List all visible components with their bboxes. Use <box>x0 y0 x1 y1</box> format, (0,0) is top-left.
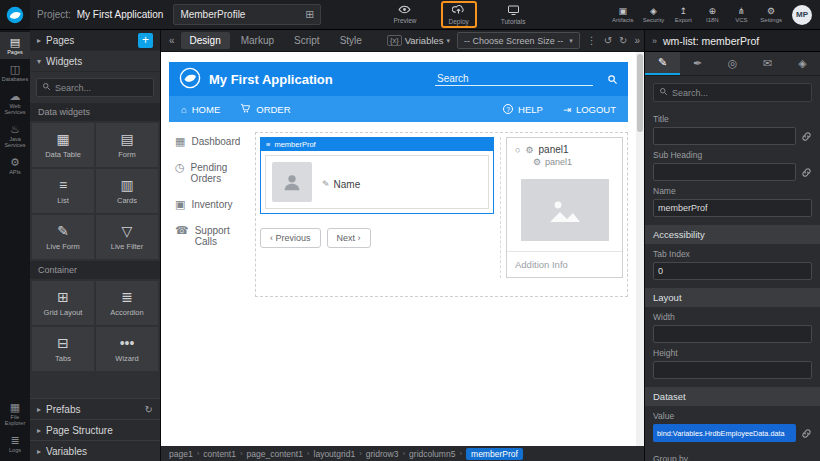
menu-item-pending-orders[interactable]: ◷ Pending Orders <box>175 162 251 184</box>
nav-help[interactable]: ? HELP <box>503 104 543 115</box>
widget-tile-form[interactable]: ▤ Form <box>96 123 158 167</box>
bind-link-icon[interactable] <box>801 167 812 178</box>
widget-tile-data-table[interactable]: ▦ Data Table <box>32 123 94 167</box>
bind-link-icon[interactable] <box>801 428 812 439</box>
breadcrumb-item-gridcolumn5[interactable]: gridcolumn5 <box>409 449 455 459</box>
menu-item-inventory[interactable]: ▣ Inventory <box>175 199 251 210</box>
screen-size-dropdown[interactable]: -- Choose Screen Size -- ▾ <box>457 32 580 49</box>
width-label: Width <box>653 312 812 322</box>
widgets-section-header[interactable]: ▾ Widgets <box>30 51 160 72</box>
activitybar-item-file-explorer[interactable]: ▦ File Explorer <box>0 397 30 430</box>
tab-design[interactable]: Design <box>181 32 230 49</box>
settings-button[interactable]: ⚙ Settings <box>760 6 782 23</box>
subheading-input[interactable] <box>653 163 796 181</box>
expand-canvas-icon[interactable]: » <box>634 35 640 46</box>
activitybar-item-web-services[interactable]: ☁ Web Services <box>0 86 30 119</box>
list-item-template[interactable]: ✎ Name <box>265 155 489 209</box>
export-button[interactable]: ↥ Export <box>673 6 693 23</box>
add-page-button[interactable]: + <box>138 33 153 48</box>
collapse-properties-icon[interactable]: » <box>652 36 657 46</box>
page-structure-section-header[interactable]: ▸ Page Structure <box>30 419 160 440</box>
tab-markup[interactable]: Markup <box>232 32 283 49</box>
tab-styles[interactable]: ✒ <box>680 52 715 75</box>
vcs-icon: ⋔ <box>738 6 746 17</box>
activitybar-item-databases[interactable]: ◫ Databases <box>0 59 30 86</box>
app-search-icon[interactable] <box>607 74 618 85</box>
app-search-input[interactable] <box>437 73 591 84</box>
value-binding-chip[interactable]: bind:Variables.HrdbEmployeeData.data <box>653 424 796 442</box>
widget-tile-live-filter[interactable]: ▽ Live Filter <box>96 215 158 259</box>
security-button[interactable]: ◈ Security <box>643 6 665 23</box>
variables-section-header[interactable]: ▸ Variables <box>30 440 160 461</box>
prefabs-section-header[interactable]: ▸ Prefabs ↻ <box>30 398 160 419</box>
widget-tile-accordion[interactable]: ≣ Accordion <box>96 281 158 325</box>
activitybar-item-pages[interactable]: ▤ Pages <box>0 32 30 59</box>
member-list-widget[interactable]: ≡ memberProf ✎ <box>260 137 494 214</box>
tab-style[interactable]: Style <box>331 32 371 49</box>
variables-dropdown[interactable]: {x} Variables ▾ <box>387 35 450 46</box>
live-filter-icon: ▽ <box>122 224 133 239</box>
activitybar-item-java-services[interactable]: ♨ Java Services <box>0 119 30 152</box>
vcs-button[interactable]: ⋔ VCS <box>731 6 751 23</box>
user-avatar[interactable]: MP <box>792 5 812 25</box>
deploy-button[interactable]: Deploy <box>441 1 477 28</box>
nav-logout[interactable]: ⇥ LOGOUT <box>563 104 616 115</box>
menu-item-support-calls[interactable]: ☎ Support Calls <box>175 225 251 247</box>
tab-script[interactable]: Script <box>285 32 329 49</box>
image-placeholder[interactable] <box>521 179 609 241</box>
nav-order[interactable]: ORDER <box>240 103 290 115</box>
previous-page-button[interactable]: ‹ Previous <box>260 228 321 248</box>
databases-label: Databases <box>2 76 28 82</box>
bind-link-icon[interactable] <box>801 131 812 142</box>
menu-item-dashboard[interactable]: ▦ Dashboard <box>175 136 251 147</box>
widget-tile-cards[interactable]: ▥ Cards <box>96 169 158 213</box>
height-input[interactable] <box>653 361 812 379</box>
breadcrumb-item-content1[interactable]: content1 <box>203 449 236 459</box>
properties-search-input[interactable] <box>672 88 806 98</box>
panel1-header[interactable]: ○ ⚙ panel1 <box>507 138 622 157</box>
breadcrumb-item-memberprof[interactable]: memberProf <box>466 448 523 460</box>
tab-events[interactable]: ✉ <box>750 52 785 75</box>
artifacts-button[interactable]: ▣ Artifacts <box>612 6 634 23</box>
preview-button[interactable]: Preview <box>393 5 416 24</box>
activitybar-item-apis[interactable]: ⚙ APIs <box>0 152 30 179</box>
list-widget-titlebar[interactable]: ≡ memberProf <box>261 138 493 151</box>
undo-icon[interactable]: ↺ <box>604 35 612 46</box>
tab-security[interactable]: ◈ <box>785 52 820 75</box>
nav-home[interactable]: ⌂ HOME <box>181 104 220 115</box>
redo-icon[interactable]: ↻ <box>619 35 627 46</box>
panel-settings-gear-icon[interactable]: ⚙ <box>525 145 533 155</box>
page-selector[interactable]: MemberProfile ⊞ <box>173 4 321 25</box>
wavemaker-logo-icon[interactable] <box>0 0 30 29</box>
breadcrumb-separator-icon: › <box>359 449 362 458</box>
tab-index-input[interactable] <box>653 262 812 280</box>
i18n-button[interactable]: ⊕ I18N <box>702 6 722 23</box>
widget-tile-grid-layout[interactable]: ⊞ Grid Layout <box>32 281 94 325</box>
title-input[interactable] <box>653 127 796 145</box>
next-page-button[interactable]: Next › <box>327 228 371 248</box>
breadcrumb-item-page1[interactable]: page1 <box>169 449 193 459</box>
widget-tile-list[interactable]: ≡ List <box>32 169 94 213</box>
refresh-icon[interactable]: ↻ <box>145 404 153 415</box>
widget-tile-tabs[interactable]: ⊟ Tabs <box>32 327 94 371</box>
collapse-explorer-icon[interactable]: « <box>165 35 179 46</box>
tab-properties[interactable]: ✎ <box>645 52 680 75</box>
breadcrumb-item-gridrow3[interactable]: gridrow3 <box>366 449 399 459</box>
canvas-scrollbar[interactable] <box>636 52 644 446</box>
tab-inspect[interactable]: ◎ <box>715 52 750 75</box>
pages-section-header[interactable]: ▸ Pages + <box>30 30 160 51</box>
grid-column-list: ≡ memberProf ✎ <box>260 137 494 248</box>
activitybar-item-logs[interactable]: ≣ Logs <box>0 430 30 457</box>
widget-tile-wizard[interactable]: ••• Wizard <box>96 327 158 371</box>
breadcrumb-item-page-content1[interactable]: page_content1 <box>247 449 303 459</box>
panel1-widget[interactable]: ○ ⚙ panel1 ⚙ panel1 <box>506 137 623 278</box>
breadcrumb-item-layoutgrid1[interactable]: layoutgrid1 <box>314 449 356 459</box>
name-input[interactable] <box>653 199 812 217</box>
widget-search-input[interactable] <box>55 83 148 93</box>
widget-tile-live-form[interactable]: ✎ Live Form <box>32 215 94 259</box>
tutorials-button[interactable]: Tutorials <box>501 5 526 25</box>
scrollbar-thumb[interactable] <box>637 54 643 132</box>
width-input[interactable] <box>653 325 812 343</box>
name-field[interactable]: ✎ Name <box>322 166 360 202</box>
more-options-icon[interactable]: ⋮ <box>587 35 597 46</box>
